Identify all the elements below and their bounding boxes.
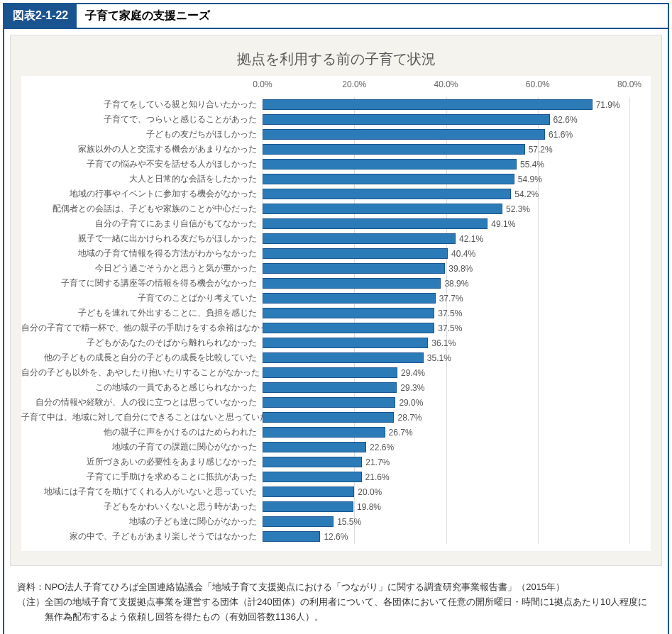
bar-area: 29.3%	[263, 380, 629, 395]
chart-row: 自分の子ども以外を、あやしたり抱いたりすることがなかった29.4%	[21, 365, 629, 380]
chart-wrapper: 拠点を利用する前の子育て状況 0.0%20.0%40.0%60.0%80.0% …	[10, 35, 662, 566]
bar	[263, 531, 320, 542]
bar	[263, 486, 354, 497]
bar-area: 55.4%	[263, 157, 629, 172]
bar	[263, 144, 525, 155]
chart-row: 子育て中は、地域に対して自分にできることはないと思っていた28.7%	[21, 410, 629, 425]
figure-number: 図表2-1-22	[4, 4, 77, 28]
bar	[263, 367, 397, 378]
category-label: 自分の子育てで精一杯で、他の親子の手助けをする余裕はなかった	[21, 322, 263, 334]
chart-row: 大人と日常的な会話をしたかった54.9%	[21, 172, 629, 187]
bar-value-label: 12.6%	[324, 532, 348, 542]
bar	[263, 457, 362, 467]
chart-row: 家族以外の人と交流する機会があまりなかった57.2%	[21, 142, 629, 157]
bar-value-label: 52.3%	[506, 204, 530, 214]
bar-value-label: 29.4%	[401, 368, 425, 378]
bar-value-label: 35.1%	[427, 353, 451, 363]
bar-value-label: 71.9%	[596, 100, 620, 110]
bar-value-label: 61.6%	[549, 130, 573, 140]
bar	[263, 189, 511, 199]
bar-area: 39.8%	[263, 261, 629, 276]
bar-value-label: 21.7%	[365, 457, 390, 467]
x-axis-ticks: 0.0%20.0%40.0%60.0%80.0%	[263, 79, 629, 94]
bar	[263, 516, 334, 527]
x-axis-tick: 60.0%	[526, 79, 550, 89]
chart-row: 地域には子育てを助けてくれる人がいないと思っていた20.0%	[21, 484, 629, 499]
bar	[263, 308, 434, 318]
bar-value-label: 37.5%	[438, 323, 462, 333]
bar-area: 35.1%	[263, 350, 629, 365]
bar	[263, 442, 366, 452]
bar-area: 52.3%	[263, 201, 629, 216]
bar-value-label: 20.0%	[358, 487, 382, 497]
bar	[263, 129, 545, 140]
category-label: この地域の一員であると感じられなかった	[21, 382, 263, 394]
x-axis-labels: 0.0%20.0%40.0%60.0%80.0%	[21, 79, 629, 94]
category-label: 家族以外の人と交流する機会があまりなかった	[21, 143, 263, 155]
category-label: 子育てに関する講座等の情報を得る機会がなかった	[21, 277, 263, 289]
category-label: 子どもをかわいくないと思う時があった	[21, 501, 263, 513]
bar-area: 62.6%	[263, 112, 629, 127]
bar-area: 42.1%	[263, 231, 629, 246]
chart-row: 地域の子ども達に関心がなかった15.5%	[21, 514, 629, 529]
bar-area: 61.6%	[263, 127, 629, 142]
chart-row: 家の中で、子どもがあまり楽しそうではなかった12.6%	[21, 529, 629, 544]
category-label: 配偶者との会話は、子どもや家族のことが中心だった	[21, 203, 263, 215]
category-label: 子育てのことばかり考えていた	[21, 292, 263, 304]
category-label: 子育ての悩みや不安を話せる人がほしかった	[21, 158, 263, 170]
chart-row: 今日どう過ごそうかと思うと気が重かった39.8%	[21, 261, 629, 276]
category-label: 自分の子ども以外を、あやしたり抱いたりすることがなかった	[21, 367, 263, 379]
chart-row: 子育てのことばかり考えていた37.7%	[21, 291, 629, 306]
note-label: （注）	[17, 595, 45, 625]
bar-area: 57.2%	[263, 142, 629, 157]
category-label: 自分の子育てにあまり自信がもてなかった	[21, 218, 263, 230]
chart-area: 0.0%20.0%40.0%60.0%80.0% 子育てをしている親と知り合いた…	[21, 76, 651, 551]
chart-row: 子どもを連れて外出することに、負担を感じた37.5%	[21, 306, 629, 321]
bar-value-label: 15.5%	[337, 517, 361, 527]
footer-source: 資料： NPO法人子育てひろば全国連絡協議会「地域子育て支援拠点における「つなが…	[17, 580, 655, 595]
bar-value-label: 19.8%	[357, 502, 381, 512]
category-label: 子育てに手助けを求めることに抵抗があった	[21, 471, 263, 483]
category-label: 子育てをしている親と知り合いたかった	[21, 99, 263, 111]
figure-header: 図表2-1-22 子育て家庭の支援ニーズ	[4, 4, 668, 29]
bar	[263, 174, 514, 184]
category-label: 大人と日常的な会話をしたかった	[21, 173, 263, 185]
category-label: 子どもを連れて外出することに、負担を感じた	[21, 307, 263, 319]
bar-area: 40.4%	[263, 246, 629, 261]
bar-area: 26.7%	[263, 425, 629, 440]
bar	[263, 218, 488, 229]
bar	[263, 233, 456, 244]
bar-area: 37.5%	[263, 321, 629, 335]
category-label: 地域の子育ての課題に関心がなかった	[21, 441, 263, 453]
chart-row: 他の親子に声をかけるのはためらわれた26.7%	[21, 425, 629, 440]
bar	[263, 323, 434, 333]
chart-row: 子どもをかわいくないと思う時があった19.8%	[21, 499, 629, 514]
bar	[263, 99, 593, 110]
chart-row: 近所づきあいの必要性をあまり感じなかった21.7%	[21, 455, 629, 469]
bar	[263, 412, 394, 423]
bar-value-label: 40.4%	[451, 249, 475, 259]
bar-value-label: 26.7%	[389, 428, 413, 438]
bar-area: 54.2%	[263, 187, 629, 201]
bar	[263, 159, 517, 169]
chart-row: 自分の情報や経験が、人の役に立つとは思っていなかった29.0%	[21, 395, 629, 410]
bar-value-label: 29.0%	[399, 398, 423, 408]
category-label: 近所づきあいの必要性をあまり感じなかった	[21, 456, 263, 468]
chart-row: この地域の一員であると感じられなかった29.3%	[21, 380, 629, 395]
source-text: NPO法人子育てひろば全国連絡協議会「地域子育て支援拠点における「つながり」に関…	[45, 580, 655, 595]
bar-area: 29.0%	[263, 395, 629, 410]
category-label: 地域の行事やイベントに参加する機会がなかった	[21, 188, 263, 200]
x-axis-tick: 20.0%	[342, 79, 366, 89]
chart-row: 自分の子育てにあまり自信がもてなかった49.1%	[21, 216, 629, 231]
bar	[263, 204, 502, 214]
bar-value-label: 54.2%	[514, 189, 539, 199]
x-axis-tick: 40.0%	[434, 79, 458, 89]
bar-value-label: 22.6%	[370, 443, 394, 452]
category-label: 他の子どもの成長と自分の子どもの成長を比較していた	[21, 352, 263, 364]
bar	[263, 472, 362, 482]
bar-value-label: 37.5%	[438, 308, 462, 318]
chart-row: 子育てで、つらいと感じることがあった62.6%	[21, 112, 629, 127]
chart-row: 親子で一緒に出かけられる友だちがほしかった42.1%	[21, 231, 629, 246]
bar-area: 29.4%	[263, 365, 629, 380]
bar-value-label: 28.7%	[397, 413, 422, 423]
